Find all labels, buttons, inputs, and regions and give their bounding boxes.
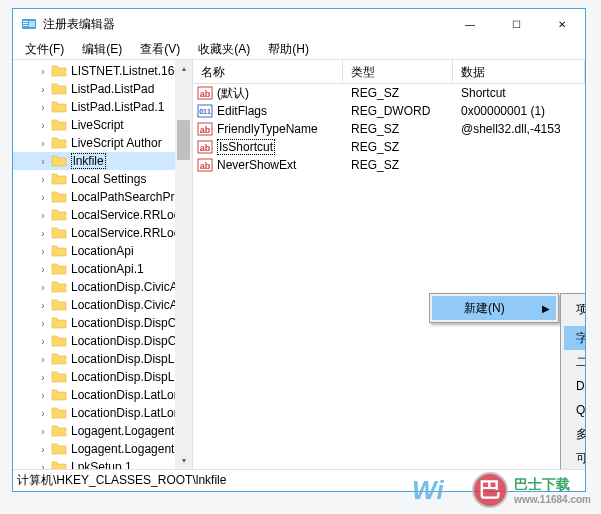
expand-icon[interactable]: › xyxy=(37,156,49,167)
close-button[interactable]: ✕ xyxy=(539,9,585,39)
expand-icon[interactable]: › xyxy=(37,408,49,419)
tree-pane[interactable]: ›LISTNET.Listnet.16›ListPad.ListPad›List… xyxy=(13,60,193,469)
tree-item[interactable]: ›LiveScript Author xyxy=(13,134,192,152)
tree-item[interactable]: ›Logagent.Logagent xyxy=(13,422,192,440)
menu-edit[interactable]: 编辑(E) xyxy=(74,39,130,60)
col-data[interactable]: 数据 xyxy=(453,60,585,83)
submenu-arrow-icon: ▶ xyxy=(542,303,550,314)
menu-view[interactable]: 查看(V) xyxy=(132,39,188,60)
tree-item[interactable]: ›LpkSetup.1 xyxy=(13,458,192,469)
expand-icon[interactable]: › xyxy=(37,390,49,401)
list-header: 名称 类型 数据 xyxy=(193,60,585,84)
ctx-submenu-item[interactable]: 多字符串值(M) xyxy=(564,422,585,446)
folder-icon xyxy=(51,387,67,403)
tree-label: LocationDisp.LatLon xyxy=(71,406,180,420)
list-row[interactable]: abNeverShowExtREG_SZ xyxy=(193,156,585,174)
value-name: (默认) xyxy=(217,85,249,102)
scroll-up-icon[interactable]: ▴ xyxy=(175,60,192,77)
tree-item[interactable]: ›LocationDisp.CivicAd xyxy=(13,278,192,296)
expand-icon[interactable]: › xyxy=(37,354,49,365)
tree-item[interactable]: ›ListPad.ListPad.1 xyxy=(13,98,192,116)
tree-label: LocationDisp.DispLa xyxy=(71,352,181,366)
scroll-thumb[interactable] xyxy=(177,120,190,160)
expand-icon[interactable]: › xyxy=(37,264,49,275)
expand-icon[interactable]: › xyxy=(37,462,49,470)
tree-item[interactable]: ›LocationDisp.LatLon xyxy=(13,386,192,404)
tree-item[interactable]: ›ListPad.ListPad xyxy=(13,80,192,98)
string-value-icon: ab xyxy=(197,139,213,155)
col-name[interactable]: 名称 xyxy=(193,60,343,83)
tree-item[interactable]: ›LocationDisp.DispCi xyxy=(13,314,192,332)
ctx-new[interactable]: 新建(N) ▶ xyxy=(432,296,556,320)
expand-icon[interactable]: › xyxy=(37,426,49,437)
expand-icon[interactable]: › xyxy=(37,192,49,203)
tree-item[interactable]: ›LocalService.RRLoca xyxy=(13,224,192,242)
expand-icon[interactable]: › xyxy=(37,120,49,131)
expand-icon[interactable]: › xyxy=(37,444,49,455)
expand-icon[interactable]: › xyxy=(37,246,49,257)
tree-item[interactable]: ›Local Settings xyxy=(13,170,192,188)
menubar: 文件(F) 编辑(E) 查看(V) 收藏夹(A) 帮助(H) xyxy=(13,39,585,59)
expand-icon[interactable]: › xyxy=(37,66,49,77)
list-row[interactable]: abFriendlyTypeNameREG_SZ@shell32.dll,-41… xyxy=(193,120,585,138)
tree-item[interactable]: ›lnkfile xyxy=(13,152,192,170)
tree-scrollbar[interactable]: ▴ ▾ xyxy=(175,60,192,469)
tree-label: LocalService.RRLoca xyxy=(71,208,186,222)
svg-text:ab: ab xyxy=(200,143,211,153)
expand-icon[interactable]: › xyxy=(37,336,49,347)
expand-icon[interactable]: › xyxy=(37,138,49,149)
watermark-main: 巴士下载 xyxy=(514,476,570,492)
menu-help[interactable]: 帮助(H) xyxy=(260,39,317,60)
tree-item[interactable]: ›LocalService.RRLoca xyxy=(13,206,192,224)
folder-icon xyxy=(51,225,67,241)
menu-favorites[interactable]: 收藏夹(A) xyxy=(190,39,258,60)
value-type: REG_SZ xyxy=(343,158,453,172)
svg-text:ab: ab xyxy=(200,89,211,99)
list-row[interactable]: ab(默认)REG_SZShortcut xyxy=(193,84,585,102)
ctx-submenu-item[interactable]: 字符串值(S) xyxy=(564,326,585,350)
minimize-button[interactable]: — xyxy=(447,9,493,39)
expand-icon[interactable]: › xyxy=(37,282,49,293)
list-row[interactable]: abIsShortcutREG_SZ xyxy=(193,138,585,156)
menu-file[interactable]: 文件(F) xyxy=(17,39,72,60)
tree-item[interactable]: ›LocationDisp.DispLa xyxy=(13,350,192,368)
expand-icon[interactable]: › xyxy=(37,210,49,221)
tree-item[interactable]: ›LocationDisp.DispCi xyxy=(13,332,192,350)
tree-item[interactable]: ›LocationDisp.DispLa xyxy=(13,368,192,386)
ctx-submenu-item[interactable]: QWORD (64 位)值(Q) xyxy=(564,398,585,422)
expand-icon[interactable]: › xyxy=(37,174,49,185)
expand-icon[interactable]: › xyxy=(37,300,49,311)
expand-icon[interactable]: › xyxy=(37,372,49,383)
folder-icon xyxy=(51,81,67,97)
expand-icon[interactable]: › xyxy=(37,84,49,95)
expand-icon[interactable]: › xyxy=(37,318,49,329)
values-pane[interactable]: 名称 类型 数据 ab(默认)REG_SZShortcut011EditFlag… xyxy=(193,60,585,469)
expand-icon[interactable]: › xyxy=(37,102,49,113)
ctx-submenu-item[interactable]: DWORD (32 位)值(D) xyxy=(564,374,585,398)
tree-item[interactable]: ›LocalPathSearchProt xyxy=(13,188,192,206)
tree-item[interactable]: ›LocationApi.1 xyxy=(13,260,192,278)
ctx-submenu-item[interactable]: 项(K) xyxy=(564,297,585,321)
tree-item[interactable]: ›LocationApi xyxy=(13,242,192,260)
expand-icon[interactable]: › xyxy=(37,228,49,239)
watermark: Wi 巴 巴士下载 www.11684.com xyxy=(472,472,591,508)
tree-label: LocationDisp.DispCi xyxy=(71,316,179,330)
folder-icon xyxy=(51,189,67,205)
ctx-submenu-item[interactable]: 可扩充字符串值(E) xyxy=(564,446,585,469)
window-title: 注册表编辑器 xyxy=(43,16,447,33)
folder-icon xyxy=(51,99,67,115)
tree-label: LocationDisp.LatLon xyxy=(71,388,180,402)
tree-item[interactable]: ›LISTNET.Listnet.16 xyxy=(13,62,192,80)
col-type[interactable]: 类型 xyxy=(343,60,453,83)
scroll-down-icon[interactable]: ▾ xyxy=(175,452,192,469)
tree-item[interactable]: ›LocationDisp.CivicAd xyxy=(13,296,192,314)
tree-item[interactable]: ›Logagent.Logagent xyxy=(13,440,192,458)
titlebar[interactable]: 注册表编辑器 — ☐ ✕ xyxy=(13,9,585,39)
tree-label: LocationDisp.DispCi xyxy=(71,334,179,348)
tree-label: LocationApi.1 xyxy=(71,262,144,276)
maximize-button[interactable]: ☐ xyxy=(493,9,539,39)
tree-item[interactable]: ›LiveScript xyxy=(13,116,192,134)
ctx-submenu-item[interactable]: 二进制值(B) xyxy=(564,350,585,374)
tree-item[interactable]: ›LocationDisp.LatLon xyxy=(13,404,192,422)
list-row[interactable]: 011EditFlagsREG_DWORD0x00000001 (1) xyxy=(193,102,585,120)
